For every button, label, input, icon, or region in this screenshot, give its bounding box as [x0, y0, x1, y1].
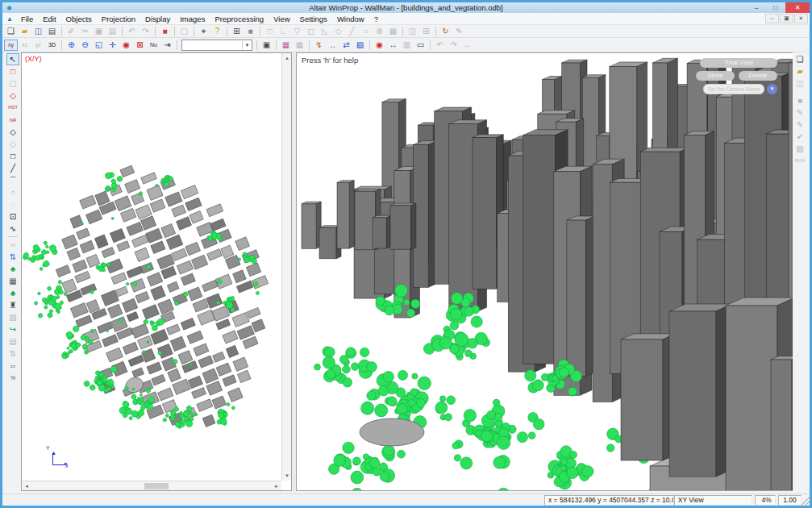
draw-polygon-red-button[interactable]: ◇: [6, 90, 19, 102]
vegetation-button[interactable]: ♣: [6, 263, 19, 275]
undo-button[interactable]: ↶: [125, 26, 139, 37]
split-horizontal-button[interactable]: ◫: [406, 26, 419, 37]
image-button[interactable]: ▦: [386, 26, 400, 37]
redo-button[interactable]: ↷: [139, 26, 152, 37]
close-button[interactable]: ✕: [785, 2, 810, 13]
search-button[interactable]: ⌖: [197, 26, 210, 37]
draw-sphere-button[interactable]: ⊕: [373, 26, 386, 37]
swap-button[interactable]: ⇄: [339, 40, 353, 51]
stretch-button[interactable]: ↔: [460, 40, 474, 51]
updown-button[interactable]: ⇅: [6, 348, 19, 360]
draw-rectangle-gray-button[interactable]: ▢: [6, 77, 19, 90]
view-xy-button[interactable]: xy: [4, 40, 18, 51]
fit-button[interactable]: Fit: [6, 239, 19, 251]
menu-objects[interactable]: Objects: [61, 15, 97, 23]
layers-button[interactable]: ▣: [260, 40, 273, 51]
draw-cylinder-button[interactable]: ○: [359, 26, 373, 37]
draw-ellipse-button[interactable]: ◌: [6, 198, 19, 210]
map-2d-canvas[interactable]: [22, 53, 281, 485]
draw-rectangle-red-button[interactable]: □: [6, 65, 19, 77]
minimize-button[interactable]: –: [747, 2, 766, 13]
cz-button[interactable]: cz: [6, 360, 19, 372]
scroll-right-icon[interactable]: ►: [272, 481, 281, 491]
draw-polygon-black-button[interactable]: ◇: [6, 126, 19, 138]
view-3d-button[interactable]: 3D: [45, 40, 59, 51]
apply-camera-icon[interactable]: ▼: [767, 84, 777, 94]
menu-help[interactable]: ?: [369, 15, 383, 23]
print-button[interactable]: ▤: [45, 26, 59, 37]
edit-materials-button[interactable]: ✎: [793, 106, 806, 119]
draw-line-button[interactable]: ╱: [6, 162, 19, 174]
grid-edit-button[interactable]: ▧: [353, 40, 367, 51]
paste-button[interactable]: ▤: [106, 26, 119, 37]
close-file-button[interactable]: ■: [158, 26, 172, 37]
menu-view[interactable]: View: [269, 15, 294, 23]
snap-button[interactable]: ⇥: [160, 40, 174, 51]
map-2d-viewport[interactable]: (X/Y) Y ▲ ► x ▲ ▼ ◄ ►: [21, 52, 292, 491]
draw-polyline-button[interactable]: ∟: [277, 26, 290, 37]
menu-preprocessing[interactable]: Preprocessing: [210, 15, 269, 23]
draw-polygon-button[interactable]: ▽: [290, 26, 304, 37]
save-project-button[interactable]: ◫: [793, 77, 806, 90]
scene-3d-viewport[interactable]: Press 'h' for help Total View Store Dele…: [296, 52, 797, 491]
target-button[interactable]: ◉: [373, 40, 386, 51]
cut-button[interactable]: ✂: [78, 26, 92, 37]
materials-button[interactable]: ▦: [279, 40, 293, 51]
pliers-button[interactable]: ↯: [312, 40, 326, 51]
terrain-button[interactable]: ▨: [6, 311, 19, 323]
new-file-button[interactable]: ❏: [4, 26, 18, 37]
draw-circle-button[interactable]: ○: [6, 186, 19, 198]
rotate-view-button[interactable]: ↻: [439, 26, 452, 37]
erase-button[interactable]: ✎: [452, 26, 466, 37]
open-project-button[interactable]: ▰: [793, 65, 806, 77]
menu-projection[interactable]: Projection: [97, 15, 140, 23]
edit-heights-button[interactable]: ✎: [793, 119, 806, 131]
tower-button[interactable]: ♜: [6, 299, 19, 311]
split-grid-button[interactable]: ⊞: [419, 26, 433, 37]
copy-button[interactable]: ▣: [92, 26, 106, 37]
help-button[interactable]: ?: [210, 26, 224, 37]
menu-edit[interactable]: Edit: [38, 15, 60, 23]
height-tool-button[interactable]: HGT: [6, 102, 19, 114]
draw-square-button[interactable]: □: [6, 150, 19, 162]
menu-file[interactable]: File: [16, 15, 38, 23]
horizontal-scrollbar[interactable]: ◄ ►: [22, 481, 281, 490]
open-file-button[interactable]: ▰: [18, 26, 31, 37]
edit-tool-button[interactable]: ✐: [65, 26, 78, 37]
percent-button[interactable]: %: [6, 372, 19, 384]
rows-button[interactable]: ▥: [400, 40, 414, 51]
scroll-down-icon[interactable]: ▼: [282, 471, 292, 481]
zoom-out-button[interactable]: ⊖: [78, 40, 92, 51]
maximize-button[interactable]: □: [766, 2, 785, 13]
scroll-up-icon[interactable]: ▲: [282, 53, 292, 63]
total-view-button[interactable]: Total View: [700, 58, 777, 68]
convert-button[interactable]: ⇅: [6, 251, 19, 263]
draw-box-button[interactable]: ⊡: [6, 210, 19, 223]
view-yz-button[interactable]: yz: [31, 40, 45, 51]
menu-display[interactable]: Display: [140, 15, 175, 23]
points-button[interactable]: ‥: [326, 40, 339, 51]
preview-button[interactable]: ▢: [177, 26, 191, 37]
building-button[interactable]: ▦: [6, 275, 19, 287]
scene-3d-canvas[interactable]: [297, 53, 797, 491]
vertical-scrollbar[interactable]: ▲ ▼: [281, 53, 291, 481]
scroll-left-icon[interactable]: ◄: [22, 481, 31, 491]
fill-view-button[interactable]: ■: [244, 26, 257, 37]
delete-camera-button[interactable]: Delete: [739, 71, 777, 81]
screen-button[interactable]: ▭: [414, 40, 427, 51]
mdi-restore-button[interactable]: ▣: [780, 14, 793, 23]
number-tool-button[interactable]: NR: [6, 114, 19, 126]
check-data-button[interactable]: ✔: [793, 131, 806, 143]
new-project-button[interactable]: ❏: [793, 53, 806, 65]
view-xz-button[interactable]: xz: [18, 40, 31, 51]
mdi-close-button[interactable]: ✕: [794, 14, 808, 23]
camera-name-input[interactable]: Set the Camera Name: [703, 84, 764, 94]
draw-rectangle-button[interactable]: □: [263, 26, 277, 37]
resize-grip[interactable]: [802, 495, 810, 506]
draw-polygon-gray-button[interactable]: ◇: [6, 138, 19, 150]
draw-vertex-button[interactable]: ◻: [304, 26, 318, 37]
tile-windows-button[interactable]: ⊞: [230, 26, 244, 37]
materials-gray-button[interactable]: ▦: [293, 40, 306, 51]
menu-settings[interactable]: Settings: [295, 15, 332, 23]
stack-button[interactable]: ▤: [6, 335, 19, 348]
